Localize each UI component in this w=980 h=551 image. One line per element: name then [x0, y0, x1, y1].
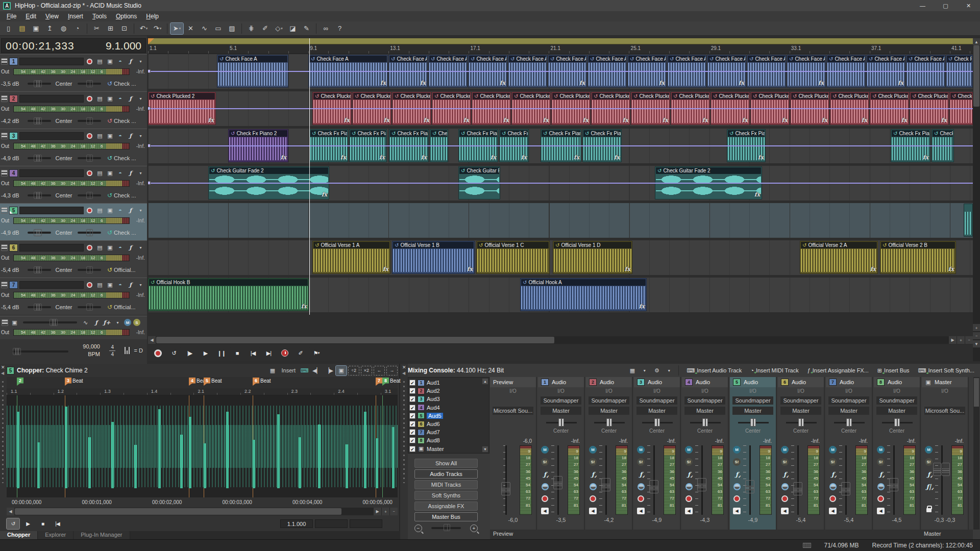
solo-icon[interactable]: S!: [732, 458, 741, 466]
zoom-out-time-button[interactable]: －: [965, 336, 973, 344]
plugin-fx-icon[interactable]: ƒ|: [924, 482, 933, 491]
automation-point-handle[interactable]: [148, 144, 151, 147]
maximize-track-button[interactable]: ▣: [106, 206, 114, 214]
mixer-scrollbar[interactable]: [973, 377, 979, 530]
mixer-strip-track5[interactable]: 5AudioI/OSoundmapperMasterCenter-Inf.MS!…: [730, 377, 777, 530]
meter-peak-label[interactable]: -Inf.: [571, 438, 580, 444]
paint-tool-button[interactable]: ▨: [226, 23, 238, 34]
open-project-button[interactable]: ▤: [16, 23, 29, 34]
chopper-ruler[interactable]: 1.11.21.31.42.12.22.32.43.1: [7, 388, 398, 395]
insert-midi-track-button[interactable]: ◔Insert MIDI Track: [747, 365, 802, 375]
bus-fx-icon[interactable]: ƒ: [92, 318, 101, 327]
track-fx-button[interactable]: ƒ: [126, 94, 135, 103]
scroll-right-button[interactable]: ▶: [949, 336, 957, 344]
dropdown-arrow-icon[interactable]: ▾: [281, 27, 283, 31]
track-drag-handle[interactable]: [1, 95, 8, 102]
fader-handle[interactable]: [601, 478, 610, 491]
scroll-down-button[interactable]: ▼: [973, 340, 980, 347]
io-label[interactable]: I/O: [586, 388, 632, 394]
track-more-button[interactable]: ▾: [136, 243, 145, 252]
meter-peak-label[interactable]: -Inf.: [859, 438, 868, 444]
volume-slider-handle[interactable]: [34, 80, 42, 87]
clip-fx-badge[interactable]: fx: [574, 154, 579, 161]
monitor-icon[interactable]: ◀: [780, 507, 789, 515]
pan-circle-icon[interactable]: [589, 482, 597, 491]
pan-slider[interactable]: [78, 83, 101, 85]
chopper-stop-button[interactable]: ■: [36, 518, 49, 529]
new-project-button[interactable]: ▯: [2, 23, 15, 34]
clip-fx-badge[interactable]: fx: [742, 117, 748, 123]
insert-bus-button[interactable]: ⊞Insert Bus: [874, 365, 913, 375]
track-number-badge[interactable]: 2: [9, 95, 18, 103]
transport-insert-region-button[interactable]: ⚑▾: [309, 347, 323, 359]
minimize-button[interactable]: —: [911, 0, 934, 11]
track-name-input[interactable]: [19, 58, 84, 65]
track-name-input[interactable]: [19, 207, 84, 214]
transport-record-button[interactable]: [151, 347, 165, 359]
track-number-badge[interactable]: 7: [9, 281, 18, 289]
timeline-clip[interactable]: ↺Official Hook Bfx: [148, 278, 309, 311]
clip-fx-badge[interactable]: fx: [782, 117, 788, 123]
output-select-button[interactable]: Master: [732, 407, 773, 415]
output-select-button[interactable]: Master: [780, 407, 821, 415]
cut-button[interactable]: ✂: [90, 23, 103, 34]
clip-fx-badge[interactable]: fx: [281, 154, 286, 161]
track-fx-button[interactable]: ƒ: [126, 281, 135, 289]
volume-slider[interactable]: [28, 120, 51, 122]
pan-slider[interactable]: [78, 194, 101, 196]
timeline-clip[interactable]: ↺Official Verse 1 C: [476, 241, 550, 274]
fader-value[interactable]: -4,2: [586, 517, 632, 523]
clip-fx-badge[interactable]: fx: [340, 154, 346, 161]
mute-icon[interactable]: M: [924, 445, 933, 454]
solo-button[interactable]: ◓: [116, 132, 125, 140]
clip-fx-badge[interactable]: fx: [421, 154, 427, 161]
pan-label[interactable]: Center: [54, 81, 74, 87]
fx-icon[interactable]: ƒ: [541, 470, 549, 479]
timeline-clip[interactable]: ↺Official Hook Afx: [520, 278, 647, 311]
clip-fx-badge[interactable]: fx: [870, 266, 876, 272]
track-fx-name[interactable]: Check ...: [114, 230, 145, 236]
checkbox-checked-icon[interactable]: ✔: [409, 396, 415, 402]
clip-fx-badge[interactable]: fx: [948, 266, 954, 272]
volume-automation-line[interactable]: [148, 145, 973, 146]
solo-button[interactable]: ◓: [116, 169, 125, 177]
mixer-track-list-item[interactable]: ✔3Aud3: [409, 395, 440, 403]
io-label[interactable]: I/O: [490, 388, 536, 394]
timeline-lane-track3[interactable]: ↺Check Fx Piano 2fx↺Check Fx Piano 2fx↺C…: [148, 129, 973, 166]
track-name[interactable]: Aud1: [427, 380, 440, 386]
volume-slider-handle[interactable]: [34, 192, 42, 199]
lock-envelopes-button[interactable]: ∞: [320, 23, 332, 34]
solo-icon[interactable]: S!: [828, 458, 837, 466]
lock-icon[interactable]: [924, 505, 933, 513]
device-select-button[interactable]: Soundmapper: [589, 396, 629, 405]
track-name-input[interactable]: [19, 132, 84, 140]
volume-slider[interactable]: [28, 83, 51, 85]
transport-go-to-start-button[interactable]: |◀: [246, 347, 260, 359]
record-arm-icon[interactable]: [828, 494, 837, 503]
maximize-track-button[interactable]: ▣: [106, 169, 114, 177]
clip-fx-badge[interactable]: fx: [380, 80, 386, 86]
tab-explorer[interactable]: Explorer: [38, 531, 74, 539]
clip-fx-badge[interactable]: fx: [420, 80, 426, 86]
meter-peak-label[interactable]: -Inf.: [667, 438, 676, 444]
chopper-value-box[interactable]: [315, 519, 348, 528]
pan-circle-icon[interactable]: [780, 482, 789, 491]
shift-right-button[interactable]: ▕▶: [324, 366, 334, 375]
device-select-button[interactable]: Soundmapper: [732, 396, 773, 405]
mute-icon[interactable]: M: [732, 445, 741, 454]
clip-fx-badge[interactable]: fx: [579, 80, 585, 86]
io-label[interactable]: I/O: [730, 388, 776, 394]
track-automation-button[interactable]: ▤: [95, 206, 104, 214]
clip-fx-badge[interactable]: fx: [822, 117, 827, 123]
mixer-zoom-out-icon[interactable]: −: [414, 524, 422, 532]
output-select-button[interactable]: Master: [636, 407, 677, 415]
bus-volume-slider[interactable]: [23, 321, 77, 323]
chopper-play-button[interactable]: ▶: [21, 518, 34, 529]
maximize-track-button[interactable]: ▣: [106, 132, 114, 140]
copy-button[interactable]: ⊞: [104, 23, 117, 34]
pan-label[interactable]: Center: [54, 304, 74, 310]
automation-point-handle[interactable]: [148, 181, 151, 185]
mixer-strip-master[interactable]: ▣MasterI/OMicrosoft Sou...-Inf.MS!ƒƒ|918…: [922, 377, 969, 530]
volume-slider-handle[interactable]: [34, 155, 42, 162]
fader-value[interactable]: -4,3: [682, 517, 728, 523]
